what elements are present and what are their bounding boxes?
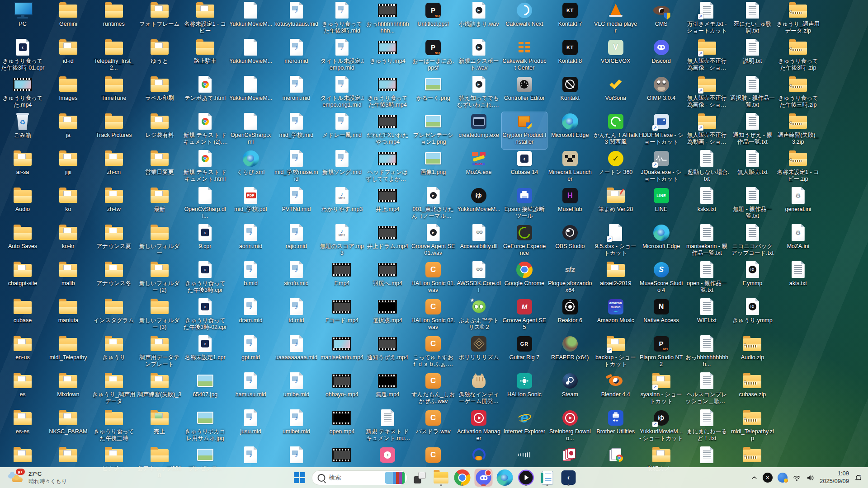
desktop-icon[interactable]: まにまにわーるど！.txt bbox=[684, 408, 730, 446]
desktop-icon[interactable]: ↗JQuake.exe - ショートカット bbox=[639, 149, 684, 186]
desktop-icon[interactable]: CHALion Sonic 01.wav bbox=[410, 260, 456, 297]
tray-blue-sphere-app-icon[interactable] bbox=[778, 473, 788, 483]
desktop-icon[interactable]: VVOICEVOX bbox=[593, 38, 638, 75]
desktop-icon[interactable]: 無人販売.txt bbox=[730, 149, 775, 186]
desktop-icon[interactable]: ♪mid_学校.mid bbox=[274, 112, 319, 149]
desktop-icon[interactable]: Controller Editor bbox=[502, 75, 547, 112]
desktop-icon[interactable]: 路上駐車 bbox=[183, 38, 228, 75]
desktop-icon[interactable]: ⚙⚙AWSSDK.Core.dll bbox=[456, 260, 501, 297]
desktop-icon[interactable]: PNT2Piapro Studio NT2 bbox=[639, 334, 684, 371]
desktop-icon[interactable]: きゅうり_調声用データ.zip bbox=[775, 1, 821, 38]
desktop-icon[interactable]: アナウンス夏 bbox=[91, 223, 137, 260]
desktop-icon[interactable]: 調声用データテンプレート bbox=[137, 334, 182, 371]
desktop-icon[interactable]: ♪gpt.mid bbox=[228, 334, 274, 371]
desktop-icon[interactable]: Images bbox=[46, 75, 91, 112]
desktop-icon[interactable]: eInternet Explorer bbox=[502, 408, 547, 446]
desktop-icon[interactable]: ‹きゅうり食ってた午後3時-01.cpr bbox=[0, 38, 45, 75]
taskbar-task-view-button[interactable] bbox=[411, 469, 429, 487]
desktop-icon[interactable]: Cこってゅｈすおｆｄｓｂふぁ.wav bbox=[410, 334, 456, 371]
desktop-icon[interactable]: 通知うぜえ - 親作品一覧.txt bbox=[730, 112, 775, 149]
desktop-icon[interactable]: OpenCvSharp.xml bbox=[228, 112, 274, 149]
desktop-icon[interactable]: akis.txt bbox=[775, 260, 821, 297]
desktop-icon[interactable]: きゅうり.mp4 bbox=[365, 38, 410, 75]
desktop-icon[interactable]: Blender 4.4 bbox=[593, 371, 638, 408]
desktop-icon[interactable]: くらび.xml bbox=[228, 149, 274, 186]
desktop-icon[interactable]: ニコニコバックアップコード.txt bbox=[730, 223, 775, 260]
desktop-icon[interactable]: ♪rajio.mid bbox=[274, 223, 319, 260]
desktop-icon[interactable]: ♻ごみ箱 bbox=[0, 112, 45, 149]
desktop-icon[interactable]: Track Pictures bbox=[91, 112, 137, 149]
desktop-icon[interactable]: 選択肢 - 親作品一覧.txt bbox=[730, 75, 775, 112]
desktop-icon[interactable]: Cakewalk Product Center bbox=[502, 38, 547, 75]
desktop-icon[interactable]: 新規 テキスト ドキュメント.musicxml bbox=[365, 408, 410, 446]
desktop-icon[interactable]: 新しいフォルダー bbox=[137, 223, 182, 260]
desktop-icon[interactable]: ♪メドレー風.mid bbox=[319, 112, 364, 149]
desktop-icon[interactable]: cubase bbox=[0, 297, 45, 334]
desktop-icon[interactable]: ♪mid_学校muse.mid bbox=[274, 149, 319, 186]
desktop-icon[interactable]: ♪meroin.mid bbox=[274, 75, 319, 112]
desktop-icon[interactable]: ♪新規ソング.mid bbox=[319, 149, 364, 186]
desktop-icon[interactable]: 選択肢.mp4 bbox=[365, 297, 410, 334]
desktop-icon[interactable]: ▶小銭詰まり.wav bbox=[456, 1, 501, 38]
desktop-icon[interactable]: Cakewalk Next bbox=[502, 1, 547, 38]
desktop-icon[interactable]: 名称未設定1 - コピー bbox=[183, 1, 228, 38]
desktop-icon[interactable]: PNT2Untitled.ppsf bbox=[410, 1, 456, 38]
desktop-icon[interactable]: PC bbox=[0, 1, 45, 38]
taskbar-cubase-button[interactable]: ‹ bbox=[560, 469, 578, 487]
desktop-icon[interactable]: KTKontakt 7 bbox=[547, 1, 593, 38]
desktop-icon[interactable]: zh-cn bbox=[91, 149, 137, 186]
tray-chevron-up-icon[interactable] bbox=[751, 474, 758, 481]
desktop-icon[interactable]: きゅうり食ってた午後三時 bbox=[91, 408, 137, 446]
desktop-icon[interactable]: だれだFXいれたやつ.mp4 bbox=[365, 112, 410, 149]
desktop-icon[interactable]: かるーく.png bbox=[410, 75, 456, 112]
desktop-icon[interactable]: きゅうりボカコレ用サムネ.jpg bbox=[183, 408, 228, 446]
desktop-icon[interactable]: きゅうり食ってた.mp4 bbox=[0, 75, 45, 112]
desktop-icon[interactable]: ▶Groove Agent SE 01.wav bbox=[410, 223, 456, 260]
desktop-icon[interactable]: ♪b.mid bbox=[228, 260, 274, 297]
desktop-icon[interactable]: open - 親作品一覧.txt bbox=[684, 260, 730, 297]
desktop-icon[interactable]: en-us bbox=[0, 334, 45, 371]
desktop-icon[interactable]: Minecraft Launcher bbox=[547, 149, 593, 186]
notification-bell-icon[interactable]: z bbox=[854, 474, 863, 482]
desktop-icon[interactable]: Google Chrome bbox=[502, 260, 547, 297]
desktop-icon[interactable]: ♪PVTNd.mid bbox=[274, 186, 319, 223]
desktop-icon[interactable]: Audio bbox=[0, 186, 45, 223]
desktop-icon[interactable]: ko-kr bbox=[46, 223, 91, 260]
taskbar-chrome-button[interactable] bbox=[453, 469, 472, 487]
desktop-icon[interactable]: manisekarin.mp4 bbox=[319, 334, 364, 371]
desktop-icon[interactable]: Steam bbox=[547, 371, 593, 408]
desktop-icon[interactable]: 新しいフォルダー (2) bbox=[137, 260, 182, 297]
tray-black-x-app-icon[interactable]: ✕ bbox=[763, 473, 773, 483]
desktop-icon[interactable]: ⚙general.ini bbox=[775, 186, 821, 223]
desktop-icon[interactable]: midi_Telepathy bbox=[46, 334, 91, 371]
desktop-icon[interactable]: ♪タイトル未設定.tempo.orig1.mid bbox=[319, 75, 364, 112]
desktop-icon[interactable]: Telepathy_Inst_2... bbox=[91, 38, 137, 75]
desktop-icon[interactable]: VoiSona bbox=[593, 75, 638, 112]
desktop-icon[interactable]: ‹きゅうり食ってた午後3時.cpr bbox=[183, 260, 228, 297]
desktop-icon[interactable]: 名称未設定1 - コピー.zip bbox=[775, 149, 821, 186]
desktop-icon[interactable]: 65407.jpg bbox=[183, 371, 228, 408]
desktop-icon[interactable]: _起動しない場合.txt bbox=[684, 149, 730, 186]
desktop-icon[interactable]: ♪きゅうり食ってた午後3時.mid bbox=[319, 1, 364, 38]
desktop-icon[interactable]: アナウンス冬 bbox=[91, 260, 137, 297]
desktop-icon[interactable]: OpenCvSharp.dll... bbox=[183, 186, 228, 223]
desktop-icon[interactable]: sfzPlogue sforzando x64 bbox=[547, 260, 593, 297]
desktop-icon[interactable]: 羽尻へ.mp4 bbox=[365, 260, 410, 297]
desktop-icon[interactable]: ⚙MoZA.ini bbox=[775, 223, 821, 260]
desktop-icon[interactable]: 通知うぜえ.mp4 bbox=[365, 334, 410, 371]
desktop-icon[interactable]: PDFmid_学校.pdf bbox=[228, 186, 274, 223]
desktop-icon[interactable]: 新規 テキスト ドキュメント (2).html bbox=[183, 112, 228, 149]
desktop-icon[interactable]: ♪kotusytuaaus.mid bbox=[274, 1, 319, 38]
desktop-icon[interactable]: airset2-2019 bbox=[593, 260, 638, 297]
desktop-icon[interactable]: SMuseScore Studio 4 bbox=[639, 260, 684, 297]
desktop-icon[interactable]: ↗万引きメモ.txt - ショートカット bbox=[684, 1, 730, 38]
desktop-icon[interactable]: GRGuitar Rig 7 bbox=[502, 334, 547, 371]
desktop-icon[interactable]: 無題.mp4 bbox=[365, 371, 410, 408]
desktop-icon[interactable]: chatgpt-site bbox=[0, 260, 45, 297]
desktop-icon[interactable]: cubase.zip bbox=[730, 371, 775, 408]
desktop-icon[interactable]: ラベル印刷 bbox=[137, 75, 182, 112]
desktop-icon[interactable]: runtimes bbox=[91, 1, 137, 38]
desktop-icon[interactable]: 井上.mp4 bbox=[365, 186, 410, 223]
desktop-icon[interactable]: ↗無人販売不正行為動画 - ショートカット bbox=[684, 112, 730, 149]
desktop-icon[interactable]: ゆきゅうり.ymmp bbox=[730, 297, 775, 334]
